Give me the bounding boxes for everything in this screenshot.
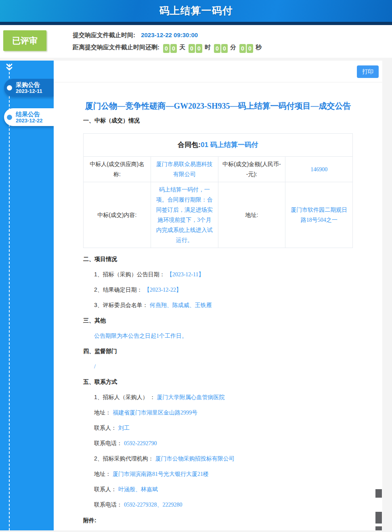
timeline-item-date: 2023-12-11 bbox=[16, 88, 42, 94]
section-heading-award: 一、中标（成交）情况 bbox=[83, 117, 353, 124]
sidebar-item-result-notice[interactable]: 结果公告 2023-12-22 bbox=[4, 108, 54, 126]
sidebar-item-procurement-notice[interactable]: 采购公告 2023-12-11 bbox=[4, 79, 54, 97]
countdown-second-digit: 0 bbox=[239, 44, 246, 53]
agency-contact-value: 叶涵殷、林嘉斌 bbox=[118, 486, 158, 492]
contact-item: 地址： 福建省厦门市湖里区金山路2999号 bbox=[83, 409, 353, 416]
table-row: 中标人(成交供应商)名称: 厦门市易联众易惠科技有限公司 中标(成交)金额(人民… bbox=[84, 157, 353, 182]
purchaser-address-label: 地址： bbox=[94, 409, 113, 416]
contact-item: 2、招标采购代理机构： 厦门市公物采购招投标有限公司 bbox=[83, 455, 353, 463]
purchaser-link[interactable]: 厦门大学附属心血管病医院 bbox=[157, 394, 225, 400]
page-banner: 码上结算一码付 bbox=[0, 0, 392, 25]
deadline-label: 提交响应文件截止时间: bbox=[73, 32, 135, 38]
project-item: 3、评标委员会名单： 何燕翔、陈成威、王铁雁 bbox=[83, 301, 353, 309]
status-badge: 已评审 bbox=[3, 30, 46, 51]
result-date-label: 2、结果确定日期： bbox=[94, 286, 144, 293]
countdown-row: 距离提交响应文件截止时间还剩:00天00时00分00秒 bbox=[73, 44, 264, 53]
deadline-value: 2023-12-22 09:30:00 bbox=[141, 32, 198, 38]
countdown-day-unit: 天 bbox=[179, 44, 185, 50]
contact-item: 1、招标人（采购人） ： 厦门大学附属心血管病医院 bbox=[83, 393, 353, 401]
other-text: 公告期限为本公告之日起1个工作日。 bbox=[83, 332, 353, 340]
contract-package-label: 合同包: bbox=[178, 141, 201, 149]
contact-item: 联系人： 刘工 bbox=[83, 424, 353, 432]
page-title: 码上结算一码付 bbox=[0, 0, 392, 21]
contract-package-value: 01 码上结算一码付 bbox=[201, 141, 258, 149]
address-value: 厦门市软件园二期观日路18号504之一 bbox=[285, 182, 353, 248]
floating-widget-block[interactable] bbox=[375, 489, 382, 498]
section-heading-project: 二、项目情况 bbox=[83, 255, 353, 263]
announcement-title: 厦门公物—竞争性磋商—GW2023-SH935—码上结算一码付项目—成交公告 bbox=[83, 99, 353, 113]
deadline-row: 提交响应文件截止时间: 2023-12-22 09:30:00 bbox=[73, 32, 198, 39]
agency-phone-value: 0592-2279328、2229280 bbox=[124, 502, 182, 508]
countdown-day-digit: 0 bbox=[163, 44, 170, 53]
section-heading-other: 三、其他 bbox=[83, 317, 353, 324]
project-item: 1、招标（采购）公告日期： 【2023-12-11】 bbox=[83, 271, 353, 278]
attachment-label: 附件: bbox=[83, 517, 353, 524]
table-caption-row: 合同包:01 码上结算一码付 bbox=[84, 134, 353, 157]
committee-label: 3、评标委员会名单： bbox=[94, 302, 150, 308]
chevron-double-down-icon bbox=[6, 63, 13, 72]
purchaser-phone-value: 0592-2292790 bbox=[124, 440, 157, 446]
timeline-dot-icon bbox=[7, 85, 12, 90]
agency-address-label: 地址： bbox=[94, 471, 113, 477]
countdown-hour-digit: 0 bbox=[196, 44, 202, 53]
announcement-article: 厦门公物—竞争性磋商—GW2023-SH935—码上结算一码付项目—成交公告 一… bbox=[83, 82, 353, 524]
announce-date-value: 【2023-12-11】 bbox=[167, 271, 204, 278]
purchaser-label: 1、招标人（采购人） ： bbox=[94, 394, 157, 400]
winner-name-label: 中标人(成交供应商)名称: bbox=[84, 157, 151, 182]
timeline-dot-icon bbox=[7, 115, 12, 120]
agency-link[interactable]: 厦门市公物采购招投标有限公司 bbox=[155, 455, 235, 462]
result-date-value: 【2023-12-22】 bbox=[144, 287, 182, 293]
countdown-hour-unit: 时 bbox=[205, 44, 211, 50]
section-heading-contact: 五、联系方式 bbox=[83, 378, 353, 386]
table-row: 中标(成交)内容: 码上结算一码付，一项。合同履行期限：合同签订后，满足进场实施… bbox=[84, 182, 353, 248]
contact-item: 联系电话： 0592-2279328、2229280 bbox=[83, 501, 353, 509]
countdown-label: 距离提交响应文件截止时间还剩: bbox=[73, 44, 159, 50]
announce-date-label: 1、招标（采购）公告日期： bbox=[94, 271, 167, 278]
section-heading-supervision: 四、监督部门 bbox=[83, 347, 353, 355]
print-button[interactable]: 打印 bbox=[357, 65, 379, 78]
countdown-hour-digit: 0 bbox=[189, 44, 195, 53]
award-amount-label: 中标(成交)金额(人民币--元): bbox=[218, 157, 285, 182]
agency-phone-label: 联系电话： bbox=[94, 501, 124, 508]
award-amount-value: 146900 bbox=[285, 157, 353, 182]
countdown-day-digit: 0 bbox=[170, 44, 177, 53]
contact-item: 联系人： 叶涵殷、林嘉斌 bbox=[83, 486, 353, 493]
countdown-minute-digit: 0 bbox=[214, 44, 220, 53]
countdown-second-unit: 秒 bbox=[256, 44, 262, 50]
timeline-item-label: 结果公告 bbox=[16, 111, 43, 118]
timeline-sidebar: 采购公告 2023-12-11 结果公告 2023-12-22 bbox=[0, 61, 54, 530]
award-content-label: 中标(成交)内容: bbox=[84, 182, 151, 248]
award-content-value: 码上结算一码付，一项。合同履行期限：合同签订后，满足进场实施环境前提下，3个月内… bbox=[151, 182, 218, 248]
agency-address-value: 厦门市湖滨南路81号光大银行大厦21楼 bbox=[113, 471, 209, 477]
floating-widget-block[interactable] bbox=[375, 526, 382, 530]
purchaser-phone-label: 联系电话： bbox=[94, 440, 124, 446]
winner-name-link[interactable]: 厦门市易联众易惠科技有限公司 bbox=[151, 157, 218, 182]
agency-label: 2、招标采购代理机构： bbox=[94, 455, 155, 462]
purchaser-address-value: 福建省厦门市湖里区金山路2999号 bbox=[113, 410, 197, 416]
contact-item: 地址： 厦门市湖滨南路81号光大银行大厦21楼 bbox=[83, 470, 353, 478]
countdown-second-digit: 0 bbox=[247, 44, 253, 53]
countdown-minute-unit: 分 bbox=[230, 44, 236, 50]
purchaser-contact-value: 刘工 bbox=[118, 425, 130, 431]
announcement-card: 打印 厦门公物—竞争性磋商—GW2023-SH935—码上结算一码付项目—成交公… bbox=[54, 61, 382, 530]
timeline-dashed-line bbox=[9, 64, 10, 530]
purchaser-contact-label: 联系人： bbox=[94, 425, 118, 431]
status-bar: 已评审 提交响应文件截止时间: 2023-12-22 09:30:00 距离提交… bbox=[0, 25, 392, 58]
supervision-text: / bbox=[83, 363, 353, 370]
address-label: 地址: bbox=[218, 182, 285, 248]
project-item: 2、结果确定日期： 【2023-12-22】 bbox=[83, 286, 353, 294]
countdown-timer: 00天00时00分00秒 bbox=[163, 44, 264, 50]
floating-widget-block[interactable] bbox=[375, 512, 382, 524]
timeline-item-date: 2023-12-22 bbox=[16, 118, 43, 124]
timeline-item-label: 采购公告 bbox=[16, 81, 42, 88]
countdown-minute-digit: 0 bbox=[221, 44, 228, 53]
agency-contact-label: 联系人： bbox=[94, 486, 118, 492]
contact-item: 联系电话： 0592-2292790 bbox=[83, 439, 353, 447]
committee-value: 何燕翔、陈成威、王铁雁 bbox=[150, 302, 212, 308]
award-table: 合同包:01 码上结算一码付 中标人(成交供应商)名称: 厦门市易联众易惠科技有… bbox=[83, 133, 353, 248]
